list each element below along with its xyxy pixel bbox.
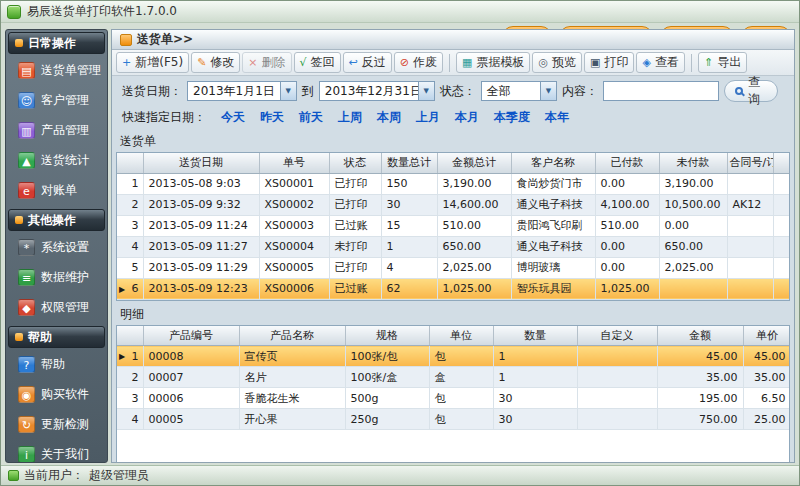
sidebar-section-header[interactable]: 帮助 — [8, 326, 105, 348]
void-button[interactable]: ⊘作废 — [394, 52, 443, 73]
status-select[interactable]: 全部 ▼ — [481, 81, 557, 101]
sidebar-item-label: 产品管理 — [41, 122, 89, 139]
sidebar-item-about-us[interactable]: i关于我们 — [8, 440, 105, 463]
sidebar-item-label: 对账单 — [41, 182, 77, 199]
search-button[interactable]: 查询 — [724, 80, 778, 102]
table-row[interactable]: 42013-05-09 11:27XS00004未打印1650.00通义电子科技… — [117, 236, 790, 257]
sidebar-item-update-check[interactable]: ↻更新检测 — [8, 410, 105, 438]
print-button[interactable]: ▣打印 — [584, 52, 634, 73]
table-row[interactable]: 200007名片100张/盒盒135.0035.00 — [117, 367, 790, 388]
view-button[interactable]: ◈查看 — [636, 52, 684, 73]
row-number: 4 — [132, 413, 139, 426]
column-header[interactable]: 未付款 — [659, 153, 727, 173]
column-header[interactable]: 单位 — [429, 326, 493, 346]
content-input[interactable] — [603, 81, 719, 101]
table-row[interactable]: 12013-05-08 9:03XS00001已打印1503,190.00食尚炒… — [117, 173, 790, 194]
table-cell: 00006 — [143, 388, 239, 409]
date-from-select[interactable]: 2013年1月1日 ▼ — [187, 81, 297, 101]
column-header[interactable]: 送货日期 — [143, 153, 259, 173]
table-cell: 智乐玩具园 — [511, 278, 595, 299]
quick-date-link[interactable]: 本周 — [377, 109, 401, 126]
row-number: 4 — [132, 240, 139, 253]
quick-date-link[interactable]: 本季度 — [494, 109, 530, 126]
toolbar-button-label: 查看 — [655, 54, 679, 71]
section-bullet-icon — [15, 39, 23, 47]
sidebar-item-data-maintenance[interactable]: ≡数据维护 — [8, 263, 105, 291]
sidebar-item-customer-manage[interactable]: ☺客户管理 — [8, 86, 105, 114]
sidebar-section-header[interactable]: 其他操作 — [8, 209, 105, 231]
tab-strip: 送货单>> — [112, 30, 794, 50]
table-cell: 00008 — [143, 346, 239, 367]
search-button-label: 查询 — [748, 74, 767, 108]
column-header[interactable]: 产品编号 — [143, 326, 239, 346]
quick-date-link[interactable]: 上周 — [338, 109, 362, 126]
table-cell: 14,600.00 — [437, 194, 511, 215]
void-icon: ⊘ — [400, 57, 409, 68]
sidebar-item-system-settings[interactable]: *系统设置 — [8, 233, 105, 261]
table-cell: 35.00 — [743, 367, 790, 388]
column-header[interactable]: 产品名称 — [239, 326, 345, 346]
column-header[interactable]: 自定义 — [577, 326, 657, 346]
reverse-post-button[interactable]: ↩反过 — [343, 52, 392, 73]
quick-date-link[interactable]: 本月 — [455, 109, 479, 126]
quick-date-link[interactable]: 今天 — [221, 109, 245, 126]
table-cell: 250g — [345, 409, 429, 430]
row-number: 2 — [132, 371, 139, 384]
column-header[interactable]: 规格 — [345, 326, 429, 346]
section-bullet-icon — [15, 216, 23, 224]
new-button[interactable]: +新增(F5) — [116, 52, 189, 73]
column-header[interactable]: 金额总计 — [437, 153, 511, 173]
row-number-cell: 3 — [117, 388, 143, 409]
sidebar-item-help[interactable]: ?帮助 — [8, 350, 105, 378]
row-number-header — [117, 153, 143, 173]
column-header[interactable]: 状态 — [329, 153, 381, 173]
table-cell — [773, 278, 790, 299]
table-row[interactable]: 300006香脆花生米500g包30195.006.50 — [117, 388, 790, 409]
table-cell: 4 — [381, 257, 437, 278]
sidebar-item-statement[interactable]: e对账单 — [8, 176, 105, 204]
tab-delivery-orders[interactable]: 送货单>> — [137, 31, 193, 48]
receipt-template-icon: ▦ — [462, 57, 472, 68]
chevron-down-icon[interactable]: ▼ — [280, 82, 296, 100]
table-row[interactable]: ▶62013-05-09 12:23XS00006已过账621,025.00智乐… — [117, 278, 790, 299]
sidebar-item-buy-software[interactable]: ◉购买软件 — [8, 380, 105, 408]
quick-date-link[interactable]: 本年 — [545, 109, 569, 126]
receipt-template-button[interactable]: ▦票据模板 — [456, 52, 530, 73]
table-row[interactable]: 32013-05-09 11:24XS00003已过账15510.00贵阳鸿飞印… — [117, 215, 790, 236]
column-header[interactable]: 单号 — [259, 153, 329, 173]
date-to-select[interactable]: 2013年12月31日 ▼ — [319, 81, 435, 101]
column-header[interactable]: 送货 — [773, 153, 790, 173]
sidebar-item-product-manage[interactable]: ▥产品管理 — [8, 116, 105, 144]
column-header[interactable]: 金额 — [657, 326, 743, 346]
table-row[interactable]: 22013-05-09 9:32XS00002已打印3014,600.00通义电… — [117, 194, 790, 215]
table-row[interactable]: 52013-05-09 11:29XS00005已打印42,025.00博明玻璃… — [117, 257, 790, 278]
quick-date-link[interactable]: 昨天 — [260, 109, 284, 126]
sidebar-section-header[interactable]: 日常操作 — [8, 32, 105, 54]
export-button[interactable]: ⇑导出 — [698, 52, 747, 73]
column-header[interactable]: 单价 — [743, 326, 790, 346]
toolbar-button-label: 作废 — [413, 54, 437, 71]
sidebar: 日常操作▤送货单管理☺客户管理▥产品管理▲送货统计e对账单其他操作*系统设置≡数… — [5, 29, 108, 463]
print-icon: ▣ — [590, 57, 600, 68]
chevron-down-icon[interactable]: ▼ — [540, 82, 556, 100]
sidebar-item-permission-manage[interactable]: ◆权限管理 — [8, 293, 105, 321]
sidebar-item-delivery-stats[interactable]: ▲送货统计 — [8, 146, 105, 174]
column-header[interactable]: 客户名称 — [511, 153, 595, 173]
column-header[interactable]: 合同号/订 — [727, 153, 773, 173]
column-header[interactable]: 数量总计 — [381, 153, 437, 173]
quick-date-link[interactable]: 前天 — [299, 109, 323, 126]
row-number-header — [117, 326, 143, 346]
sidebar-item-label: 关于我们 — [41, 446, 89, 463]
table-cell — [577, 409, 657, 430]
column-header[interactable]: 已付款 — [595, 153, 659, 173]
table-row[interactable]: 400005开心果250g包30750.0025.00 — [117, 409, 790, 430]
preview-button[interactable]: ◎预览 — [532, 52, 582, 73]
edit-button[interactable]: ✎修改 — [191, 52, 240, 73]
column-header[interactable]: 数量 — [493, 326, 577, 346]
sign-back-button[interactable]: √签回 — [294, 52, 341, 73]
chevron-down-icon[interactable]: ▼ — [418, 82, 434, 100]
table-row[interactable]: ▶100008宣传页100张/包包145.0045.00 — [117, 346, 790, 367]
sidebar-item-delivery-order-manage[interactable]: ▤送货单管理 — [8, 56, 105, 84]
quick-date-link[interactable]: 上月 — [416, 109, 440, 126]
toolbar-button-label: 签回 — [311, 54, 335, 71]
